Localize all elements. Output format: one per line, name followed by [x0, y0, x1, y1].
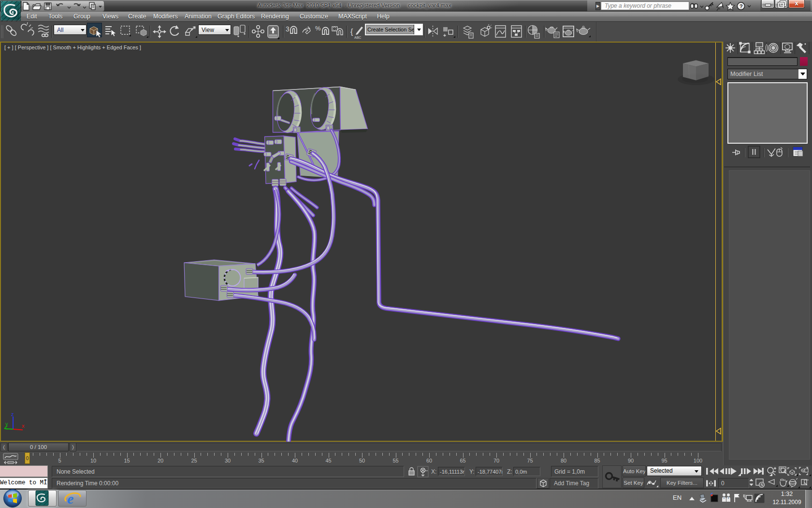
- svg-text:x: x: [22, 423, 25, 429]
- svg-text:z: z: [11, 411, 14, 417]
- svg-text:%: %: [315, 25, 321, 32]
- svg-text:y: y: [5, 421, 8, 427]
- svg-text:3: 3: [286, 25, 290, 33]
- svg-text:FRONT: FRONT: [685, 71, 696, 74]
- svg-text:RIGHT: RIGHT: [699, 70, 708, 73]
- svg-text:?: ?: [740, 3, 743, 9]
- svg-text:{: {: [350, 28, 353, 36]
- svg-text:ABC: ABC: [354, 36, 361, 39]
